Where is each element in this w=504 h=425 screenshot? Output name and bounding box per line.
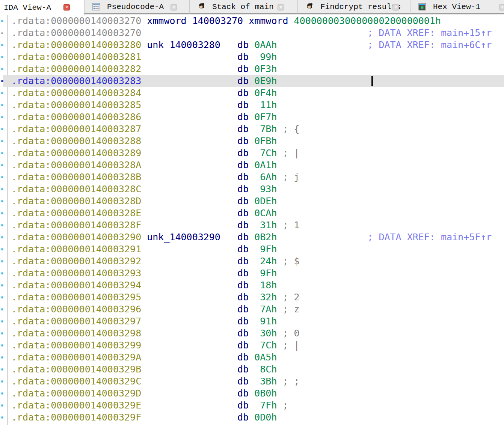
tab-ida-view-a[interactable]: IDA View-A✕ [0,0,85,15]
byte-value[interactable]: 0D0h [254,412,277,423]
address[interactable]: .rdata:0000000140003289 [11,148,141,158]
listing-line[interactable]: .rdata:000000014000328F db 31h ; 1 [11,220,300,231]
byte-value[interactable]: 4000000030000000200000001h [294,15,441,26]
address[interactable]: .rdata:000000014000328C [11,184,141,194]
byte-value[interactable]: 8Ch [260,364,277,375]
tab-close-button[interactable]: ✕ [63,4,70,11]
byte-value[interactable]: 0F7h [254,112,277,122]
tab-close-button[interactable]: ✕ [499,4,504,11]
byte-value[interactable]: 0E9h [254,75,277,86]
byte-value[interactable]: 0B2h [254,232,277,243]
listing-line[interactable]: .rdata:000000014000328C db 93h [11,184,277,194]
tab-stack-of-main[interactable]: Stack of main✕ [190,0,298,14]
listing-line[interactable]: .rdata:0000000140003284 db 0F4h [11,87,277,98]
address[interactable]: .rdata:000000014000328E [11,208,141,219]
byte-value[interactable]: 3Bh [260,376,277,387]
byte-value[interactable]: 0DEh [254,196,277,206]
listing-line[interactable]: .rdata:0000000140003290 unk_140003290 db… [11,232,492,243]
address[interactable]: .rdata:0000000140003283 [11,75,141,86]
address[interactable]: .rdata:0000000140003281 [11,51,141,62]
listing-line[interactable]: .rdata:0000000140003280 unk_140003280 db… [11,39,492,50]
byte-value[interactable]: 0A1h [254,160,277,170]
listing-line[interactable]: .rdata:0000000140003287 db 7Bh ; { [11,124,300,134]
listing-line[interactable]: .rdata:0000000140003270 ; DATA XREF: mai… [11,27,492,38]
listing-line[interactable]: .rdata:0000000140003297 db 91h [11,316,277,327]
byte-value[interactable]: 11h [260,99,277,110]
address[interactable]: .rdata:0000000140003286 [11,112,141,122]
listing-line[interactable]: .rdata:000000014000329F db 0D0h [11,412,277,423]
byte-value[interactable]: 0B0h [254,388,277,399]
listing-line[interactable]: .rdata:0000000140003285 db 11h [11,99,277,110]
xref-comment[interactable]: ; DATA XREF: main+6C↑r [367,39,492,50]
byte-value[interactable]: 6Ah [260,172,277,182]
byte-value[interactable]: 30h [260,328,277,339]
listing-line[interactable]: .rdata:0000000140003288 db 0FBh [11,136,277,146]
address[interactable]: .rdata:0000000140003291 [11,244,141,255]
address[interactable]: .rdata:0000000140003282 [11,63,141,74]
address[interactable]: .rdata:000000014000328F [11,220,141,231]
address[interactable]: .rdata:0000000140003270 [11,27,141,38]
listing-line[interactable]: .rdata:0000000140003298 db 30h ; 0 [11,328,300,339]
tab-findcrypt-results[interactable]: Findcrypt results✕ [298,0,410,14]
listing-line[interactable]: .rdata:000000014000328D db 0DEh [11,196,277,206]
byte-value[interactable]: 24h [260,256,277,267]
address[interactable]: .rdata:0000000140003299 [11,340,141,351]
address[interactable]: .rdata:0000000140003284 [11,87,141,98]
listing-line[interactable]: .rdata:0000000140003295 db 32h ; 2 [11,292,300,303]
byte-value[interactable]: 9Fh [260,268,277,279]
byte-value[interactable]: 7Ch [260,148,277,158]
byte-value[interactable]: 0A5h [254,352,277,363]
byte-value[interactable]: 9Fh [260,244,277,255]
listing-line[interactable]: .rdata:000000014000329E db 7Fh ; [11,400,294,411]
address[interactable]: .rdata:0000000140003285 [11,99,141,110]
tab-close-button[interactable]: ✕ [171,4,177,11]
address[interactable]: .rdata:0000000140003298 [11,328,141,339]
listing-line[interactable]: .rdata:0000000140003283 db 0E9h [11,75,277,86]
tab-hex-view-1[interactable]: Hex View-1✕ [410,0,504,14]
address[interactable]: .rdata:0000000140003288 [11,136,141,146]
listing-line[interactable]: .rdata:000000014000329A db 0A5h [11,352,277,363]
address[interactable]: .rdata:0000000140003280 [11,39,141,50]
byte-value[interactable]: 99h [260,51,277,62]
address[interactable]: .rdata:0000000140003290 [11,232,141,243]
address[interactable]: .rdata:000000014000329C [11,376,141,387]
byte-value[interactable]: 91h [260,316,277,327]
symbol-name[interactable]: unk_140003290 [147,232,220,243]
tab-close-button[interactable]: ✕ [392,4,399,11]
xref-comment[interactable]: ; DATA XREF: main+5F↑r [367,232,492,243]
byte-value[interactable]: 0CAh [254,208,277,219]
byte-value[interactable]: 0AAh [254,39,277,50]
listing-line[interactable]: .rdata:0000000140003286 db 0F7h [11,112,277,122]
xref-comment[interactable]: ; DATA XREF: main+15↑r [367,27,492,38]
listing-line[interactable]: .rdata:0000000140003281 db 99h [11,51,277,62]
address[interactable]: .rdata:000000014000329F [11,412,141,423]
listing-line[interactable]: .rdata:0000000140003296 db 7Ah ; z [11,304,300,315]
byte-value[interactable]: 31h [260,220,277,231]
address[interactable]: .rdata:000000014000329D [11,388,141,399]
address[interactable]: .rdata:000000014000328A [11,160,141,170]
address[interactable]: .rdata:000000014000328B [11,172,141,182]
byte-value[interactable]: 7Fh [260,400,277,411]
byte-value[interactable]: 32h [260,292,277,303]
listing-line[interactable]: .rdata:000000014000328B db 6Ah ; j [11,172,300,182]
address[interactable]: .rdata:0000000140003287 [11,124,141,134]
symbol-name[interactable]: xmmword_140003270 [147,15,243,26]
address[interactable]: .rdata:0000000140003296 [11,304,141,315]
address[interactable]: .rdata:000000014000329E [11,400,141,411]
listing-line[interactable]: .rdata:0000000140003270 xmmword_14000327… [11,15,441,26]
listing-line[interactable]: .rdata:000000014000329B db 8Ch [11,364,277,375]
address[interactable]: .rdata:0000000140003294 [11,280,141,291]
address[interactable]: .rdata:0000000140003297 [11,316,141,327]
byte-value[interactable]: 7Ah [260,304,277,315]
address[interactable]: .rdata:0000000140003292 [11,256,141,267]
address[interactable]: .rdata:000000014000329B [11,364,141,375]
tab-pseudocode-a[interactable]: Pseudocode-A✕ [85,0,190,14]
listing-line[interactable]: .rdata:0000000140003292 db 24h ; $ [11,256,300,267]
listing-line[interactable]: .rdata:000000014000329C db 3Bh ; ; [11,376,300,387]
listing-line[interactable]: .rdata:0000000140003293 db 9Fh [11,268,277,279]
byte-value[interactable]: 93h [260,184,277,194]
listing-line[interactable]: .rdata:0000000140003289 db 7Ch ; | [11,148,300,158]
listing-line[interactable]: .rdata:0000000140003282 db 0F3h [11,63,277,74]
byte-value[interactable]: 7Ch [260,340,277,351]
address[interactable]: .rdata:000000014000328D [11,196,141,206]
